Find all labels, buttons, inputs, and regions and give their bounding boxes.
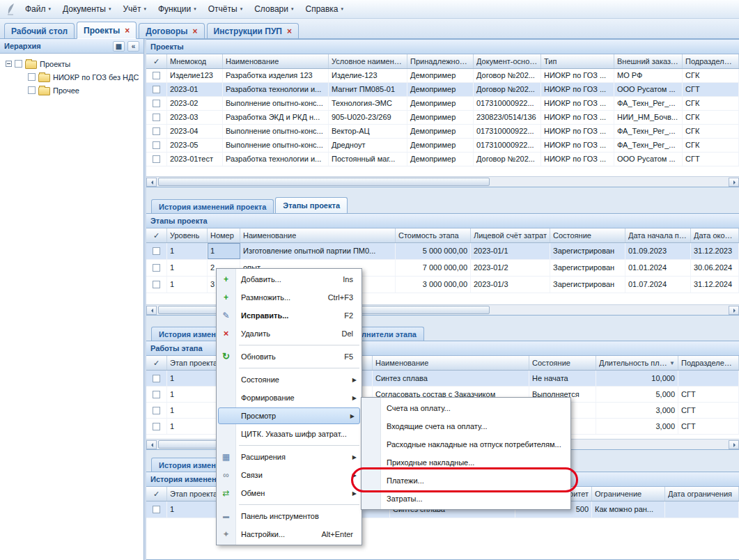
column-header[interactable]: Дата окончания <box>691 228 739 242</box>
filter-icon[interactable]: ▦ <box>113 41 125 52</box>
column-header[interactable]: Наименование <box>240 228 396 242</box>
checkbox[interactable] <box>153 391 160 398</box>
menubar-item-1[interactable]: Файл▾ <box>20 1 57 17</box>
checkbox[interactable] <box>15 60 22 68</box>
table-row[interactable]: 2023-02Выполнение опытно-конс...Технолог… <box>146 97 739 111</box>
checkbox[interactable] <box>153 100 160 107</box>
main-tab-3[interactable]: Договоры× <box>139 23 204 38</box>
context-menu-item[interactable]: ▦Расширения▶ <box>217 448 361 466</box>
table-row[interactable]: 11Изготовление опытной партии ПМ0...5 00… <box>146 243 739 260</box>
menubar-item-2[interactable]: Документы▾ <box>57 1 117 17</box>
context-menu-item[interactable]: +Добавить...Ins <box>217 270 361 288</box>
column-header[interactable]: Ограничение <box>592 487 665 501</box>
submenu-item[interactable]: Входящие счета на оплату... <box>361 417 570 435</box>
context-menu-item[interactable]: +Размножить...Ctrl+F3 <box>217 288 361 306</box>
menubar-item-5[interactable]: Отчёты▾ <box>203 1 249 17</box>
context-menu-item[interactable]: Состояние▶ <box>217 371 361 389</box>
submenu-item[interactable]: Приходные накладные... <box>361 453 570 472</box>
column-header[interactable]: ✓ <box>146 54 167 68</box>
checkbox[interactable] <box>153 155 160 163</box>
horizontal-scrollbar[interactable] <box>146 176 739 187</box>
table-row[interactable]: 2023-05Выполнение опытно-конс...Дредноут… <box>146 139 739 153</box>
expander-icon[interactable] <box>6 61 12 67</box>
column-header[interactable]: Наименование <box>373 356 529 370</box>
column-header[interactable]: Условное наименование <box>329 54 407 68</box>
checkbox[interactable] <box>153 506 160 513</box>
tree-item-2[interactable]: Прочее <box>1 84 142 97</box>
scroll-right-icon[interactable] <box>729 178 739 187</box>
scrollbar-thumb[interactable] <box>158 178 490 186</box>
scrollbar-track[interactable] <box>157 178 729 187</box>
collapse-sidebar-icon[interactable]: « <box>127 41 139 52</box>
table-row[interactable]: 2023-04Выполнение опытно-конс...Вектор-А… <box>146 125 739 139</box>
column-header[interactable]: Номер <box>208 228 240 242</box>
scroll-right-icon[interactable] <box>729 440 739 449</box>
checkbox[interactable] <box>28 86 36 94</box>
checkbox[interactable] <box>153 247 160 255</box>
tab-stages-2[interactable]: Этапы проекта <box>275 197 348 213</box>
checkbox[interactable] <box>153 264 160 272</box>
column-header[interactable]: Принадлежность <box>407 54 474 68</box>
checkbox[interactable] <box>153 72 160 79</box>
tree-item-root[interactable]: Проекты <box>1 57 142 70</box>
submenu-item[interactable]: Счета на оплату... <box>361 399 570 417</box>
close-tab-icon[interactable]: × <box>125 27 130 34</box>
context-menu-item[interactable]: ▬Панель инструментов <box>217 507 361 525</box>
table-row[interactable]: 2023-01тестРазработка технологии и...Пос… <box>146 153 739 166</box>
main-tab-4[interactable]: Инструкции ПУП× <box>207 23 299 38</box>
menubar-item-3[interactable]: Учёт▾ <box>117 1 153 17</box>
tab-stages-1[interactable]: История изменений проекта <box>151 199 274 213</box>
checkbox[interactable] <box>153 127 160 135</box>
checkbox[interactable] <box>153 281 160 288</box>
column-header[interactable]: ✓ <box>146 356 167 370</box>
main-tab-2[interactable]: Проекты× <box>77 22 137 39</box>
context-menu-item[interactable]: Просмотр▶ <box>218 407 360 424</box>
column-header[interactable]: Подразделение-исполнитель <box>678 356 739 370</box>
checkbox[interactable] <box>153 86 160 93</box>
column-header[interactable]: Длительность план▼ <box>596 356 678 370</box>
column-header[interactable]: Наименование <box>223 54 329 68</box>
submenu-item[interactable]: Расходные накладные на отпуск потребител… <box>361 435 570 453</box>
column-header[interactable]: Подразделение <box>683 54 739 68</box>
column-header[interactable]: Документ-основание <box>474 54 541 68</box>
menubar-item-7[interactable]: Справка▾ <box>300 1 350 17</box>
tree-item-1[interactable]: НИОКР по ГОЗ без НДС <box>1 70 142 84</box>
column-header[interactable]: ✓ <box>146 487 167 501</box>
column-header[interactable]: Лицевой счёт затрат <box>471 228 550 242</box>
context-menu-item[interactable]: ✎Исправить...F2 <box>217 306 361 325</box>
context-menu-item[interactable]: ∞Связи▶ <box>217 466 361 484</box>
scroll-left-icon[interactable] <box>146 440 157 449</box>
main-tab-1[interactable]: Рабочий стол <box>4 23 75 38</box>
menubar-item-4[interactable]: Функции▾ <box>153 1 203 17</box>
menubar-item-6[interactable]: Словари▾ <box>249 1 300 17</box>
scroll-left-icon[interactable] <box>146 306 157 315</box>
submenu-item[interactable]: Затраты... <box>361 490 570 508</box>
column-header[interactable]: ✓ <box>146 228 167 242</box>
column-header[interactable]: Состояние <box>529 356 596 370</box>
table-row[interactable]: Изделие123Разработка изделия 123Изделие-… <box>146 69 739 83</box>
checkbox[interactable] <box>153 375 160 382</box>
checkbox[interactable] <box>153 407 160 414</box>
checkbox[interactable] <box>153 423 160 430</box>
context-menu-item[interactable]: ×УдалитьDel <box>217 325 361 343</box>
table-row[interactable]: 2023-01Разработка технологии и...Магнит … <box>146 83 739 97</box>
column-header[interactable]: Состояние <box>550 228 625 242</box>
context-menu-item[interactable]: ✦Настройки...Alt+Enter <box>217 525 361 543</box>
context-menu-item[interactable]: Формирование▶ <box>217 389 361 407</box>
context-menu-item[interactable]: ↻ОбновитьF5 <box>217 348 361 366</box>
context-menu-item[interactable]: ЦИТК. Указать шифр затрат... <box>217 425 361 443</box>
close-tab-icon[interactable]: × <box>193 28 198 35</box>
scroll-left-icon[interactable] <box>146 178 157 187</box>
table-row[interactable]: 2023-03Разработка ЭКД и РКД н...905-U020… <box>146 111 739 125</box>
column-header[interactable]: Мнемокод <box>167 54 223 68</box>
column-header[interactable]: Тип <box>541 54 614 68</box>
column-header[interactable]: Дата начала план <box>625 228 691 242</box>
close-tab-icon[interactable]: × <box>287 28 292 35</box>
context-menu-item[interactable]: ⇄Обмен▶ <box>217 484 361 502</box>
column-header[interactable]: Дата ограничения <box>665 487 739 501</box>
scroll-right-icon[interactable] <box>729 306 739 315</box>
column-header[interactable]: Внешний заказчик <box>614 54 683 68</box>
checkbox[interactable] <box>28 73 36 81</box>
column-header[interactable]: Уровень <box>167 228 208 242</box>
submenu-item[interactable]: Платежи... <box>361 472 570 490</box>
